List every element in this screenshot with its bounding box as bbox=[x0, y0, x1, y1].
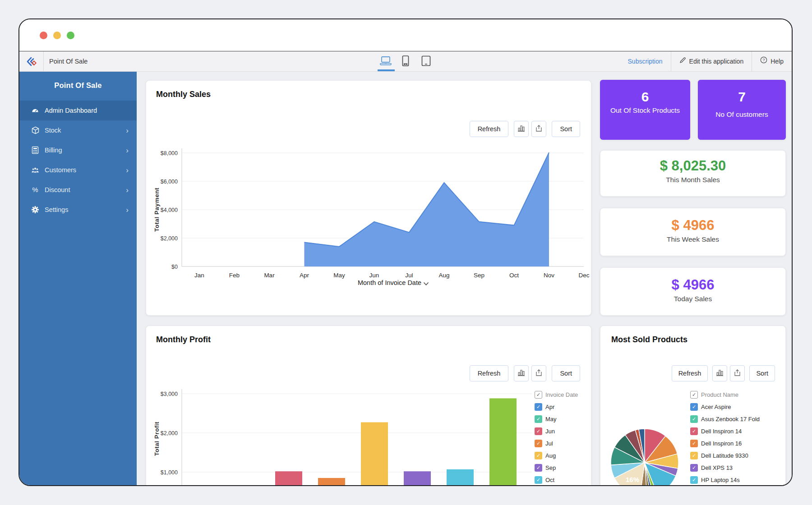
product-legend-item-hp-laptop-14s[interactable]: ✓HP Laptop 14s bbox=[690, 476, 760, 484]
product-legend-item-asus-zenbook-17-fold[interactable]: ✓Asus Zenbook 17 Fold bbox=[690, 415, 760, 423]
toolbar-divider bbox=[671, 51, 671, 71]
invoice-date-legend-item-apr[interactable]: ✓Apr bbox=[535, 403, 578, 411]
sort-button[interactable]: Sort bbox=[749, 365, 775, 381]
bar-sep[interactable] bbox=[404, 471, 431, 486]
checkbox-icon[interactable]: ✓ bbox=[690, 476, 698, 484]
y-tick-label: $4,000 bbox=[161, 207, 178, 213]
sidebar: Point Of Sale Admin DashboardStock›Billi… bbox=[19, 72, 137, 485]
x-tick-label: Jul bbox=[405, 272, 413, 279]
legend-label: Oct bbox=[545, 477, 554, 483]
invoice-date-legend-item-jun[interactable]: ✓Jun bbox=[535, 427, 578, 435]
checkbox-icon[interactable]: ✓ bbox=[690, 403, 698, 411]
y-tick-label: $2,000 bbox=[161, 235, 178, 242]
invoice-date-legend-item-may[interactable]: ✓May bbox=[535, 415, 578, 423]
checkbox-icon[interactable]: ✓ bbox=[690, 391, 698, 399]
checkbox-icon[interactable]: ✓ bbox=[535, 391, 542, 399]
checkbox-icon[interactable]: ✓ bbox=[690, 452, 698, 459]
checkbox-icon[interactable]: ✓ bbox=[535, 476, 542, 484]
checkbox-icon[interactable]: ✓ bbox=[690, 427, 698, 435]
customers-stat-card[interactable]: 7 No Of customers bbox=[698, 80, 786, 140]
chevron-down-icon bbox=[423, 282, 429, 286]
laptop-icon[interactable] bbox=[379, 55, 392, 68]
subscription-link[interactable]: Subscription bbox=[620, 51, 671, 71]
checkbox-icon[interactable]: ✓ bbox=[690, 440, 698, 447]
chart-type-button[interactable] bbox=[712, 365, 727, 381]
sidebar-item-label: Admin Dashboard bbox=[45, 107, 97, 114]
checkbox-icon[interactable]: ✓ bbox=[535, 452, 542, 459]
checkbox-icon[interactable]: ✓ bbox=[535, 427, 542, 435]
sidebar-item-billing[interactable]: Billing› bbox=[19, 140, 137, 160]
x-tick-label: Oct bbox=[509, 272, 519, 279]
invoice-date-legend-item-sep[interactable]: ✓Sep bbox=[535, 464, 578, 472]
invoice-date-legend-item-oct[interactable]: ✓Oct bbox=[535, 476, 578, 484]
export-button[interactable] bbox=[730, 365, 745, 381]
today-sales-label: Today Sales bbox=[600, 295, 785, 303]
refresh-button[interactable]: Refresh bbox=[672, 365, 708, 381]
product-legend-item-acer-aspire[interactable]: ✓Acer Aspire bbox=[690, 403, 760, 411]
phone-icon[interactable] bbox=[401, 55, 410, 69]
product-legend-item-dell-inspiron-16[interactable]: ✓Dell Inspiron 16 bbox=[690, 440, 760, 447]
help-icon: ? bbox=[760, 51, 767, 71]
product-legend-header[interactable]: ✓Product Name bbox=[690, 391, 760, 399]
out-of-stock-stat-card[interactable]: 6 Out Of Stock Products bbox=[600, 80, 690, 140]
legend-label: Asus Zenbook 17 Fold bbox=[701, 416, 760, 422]
app-logo-icon[interactable] bbox=[26, 56, 37, 68]
svg-text:?: ? bbox=[763, 58, 765, 62]
help-button[interactable]: ? Help bbox=[752, 51, 792, 71]
bar-jul[interactable] bbox=[318, 478, 345, 486]
product-legend-item-dell-inspiron-14[interactable]: ✓Dell Inspiron 14 bbox=[690, 427, 760, 435]
invoice-date-legend-item-jul[interactable]: ✓Jul bbox=[535, 440, 578, 447]
legend-label: Jun bbox=[545, 428, 555, 435]
sidebar-item-admin-dashboard[interactable]: Admin Dashboard bbox=[19, 101, 137, 120]
x-tick-label: Aug bbox=[438, 272, 449, 279]
product-legend-item-dell-latitude-9330[interactable]: ✓Dell Latitude 9330 bbox=[690, 452, 760, 459]
sidebar-item-discount[interactable]: %Discount› bbox=[19, 180, 137, 200]
checkbox-icon[interactable]: ✓ bbox=[690, 415, 698, 423]
week-sales-label: This Week Sales bbox=[600, 235, 785, 243]
checkbox-icon[interactable]: ✓ bbox=[535, 464, 542, 472]
x-tick-label: Sep bbox=[474, 272, 484, 279]
checkbox-icon[interactable]: ✓ bbox=[535, 440, 542, 447]
x-tick-label: Nov bbox=[544, 272, 554, 279]
minimize-window-button[interactable] bbox=[53, 32, 61, 39]
checkbox-icon[interactable]: ✓ bbox=[535, 415, 542, 423]
panel-title: Most Sold Products bbox=[611, 335, 687, 344]
checkbox-icon[interactable]: ✓ bbox=[535, 403, 542, 411]
monthly-profit-bar-chart: $1,000$2,000$3,000Total Profit bbox=[146, 326, 592, 486]
y-tick-label: $0 bbox=[171, 264, 178, 270]
chevron-right-icon: › bbox=[126, 147, 129, 154]
bar-oct[interactable] bbox=[447, 469, 474, 486]
legend-label: Dell Inspiron 16 bbox=[701, 440, 742, 447]
x-tick-label: Jan bbox=[194, 272, 204, 279]
bar-nov[interactable] bbox=[489, 398, 517, 486]
invoice-date-legend-item-aug[interactable]: ✓Aug bbox=[535, 452, 578, 459]
y-tick-label: $3,000 bbox=[161, 391, 178, 397]
sidebar-item-settings[interactable]: Settings› bbox=[19, 200, 137, 220]
close-window-button[interactable] bbox=[40, 32, 47, 39]
edit-application-button[interactable]: Edit this application bbox=[671, 51, 752, 71]
sidebar-app-name: Point Of Sale bbox=[19, 72, 137, 101]
today-sales-value: $ 4966 bbox=[600, 277, 785, 293]
x-tick-label: Mar bbox=[264, 272, 275, 279]
x-axis-dropdown[interactable]: Month of Invoice Date bbox=[196, 279, 591, 286]
invoice-date-legend-header[interactable]: ✓Invoice Date bbox=[535, 391, 578, 399]
bar-aug[interactable] bbox=[361, 422, 388, 486]
legend-label: Invoice Date bbox=[545, 391, 578, 398]
active-device-underline bbox=[378, 69, 395, 71]
sidebar-item-customers[interactable]: Customers› bbox=[19, 160, 137, 180]
product-legend-item-dell-xps-13[interactable]: ✓Dell XPS 13 bbox=[690, 464, 760, 472]
chevron-right-icon: › bbox=[126, 166, 129, 174]
y-tick-label: $8,000 bbox=[161, 150, 178, 156]
sidebar-item-stock[interactable]: Stock› bbox=[19, 120, 137, 140]
bar-jun[interactable] bbox=[275, 471, 302, 486]
most-sold-pie-chart: 16% bbox=[610, 428, 679, 486]
zoom-window-button[interactable] bbox=[67, 32, 74, 39]
y-axis-title: Total Payment bbox=[153, 188, 160, 232]
chevron-right-icon: › bbox=[126, 206, 129, 214]
legend-label: Dell Inspiron 14 bbox=[701, 428, 742, 435]
checkbox-icon[interactable]: ✓ bbox=[690, 464, 698, 472]
x-tick-label: Jun bbox=[369, 272, 379, 279]
tablet-icon[interactable] bbox=[421, 55, 431, 69]
chevron-right-icon: › bbox=[126, 127, 129, 134]
legend-label: Sep bbox=[545, 464, 556, 471]
